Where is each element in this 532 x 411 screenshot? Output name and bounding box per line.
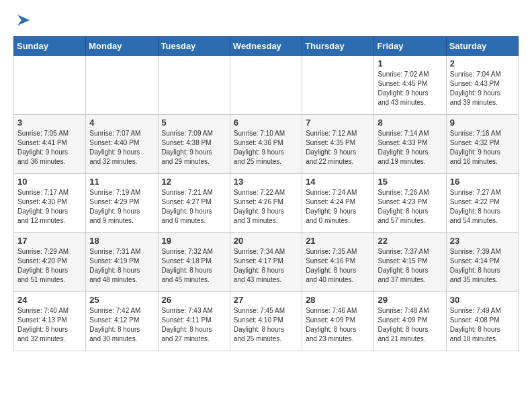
calendar-table: SundayMondayTuesdayWednesdayThursdayFrid… <box>13 36 519 351</box>
weekday-header-thursday: Thursday <box>302 37 374 56</box>
calendar-week-row: 17Sunrise: 7:29 AMSunset: 4:20 PMDayligh… <box>14 233 519 292</box>
page: SundayMondayTuesdayWednesdayThursdayFrid… <box>0 0 532 359</box>
day-number: 26 <box>162 295 226 305</box>
day-number: 7 <box>306 118 370 128</box>
day-number: 2 <box>450 58 515 68</box>
header <box>13 11 519 30</box>
calendar-cell: 7Sunrise: 7:12 AMSunset: 4:35 PMDaylight… <box>302 115 374 174</box>
calendar-cell: 4Sunrise: 7:07 AMSunset: 4:40 PMDaylight… <box>86 115 158 174</box>
calendar-cell: 18Sunrise: 7:31 AMSunset: 4:19 PMDayligh… <box>86 233 158 292</box>
day-number: 14 <box>306 177 370 187</box>
calendar-cell: 16Sunrise: 7:27 AMSunset: 4:22 PMDayligh… <box>446 174 518 233</box>
day-info: Sunrise: 7:45 AMSunset: 4:10 PMDaylight:… <box>234 306 298 344</box>
day-info: Sunrise: 7:10 AMSunset: 4:36 PMDaylight:… <box>234 129 298 167</box>
calendar-cell: 21Sunrise: 7:35 AMSunset: 4:16 PMDayligh… <box>302 233 374 292</box>
calendar-cell: 28Sunrise: 7:46 AMSunset: 4:09 PMDayligh… <box>302 292 374 351</box>
day-info: Sunrise: 7:42 AMSunset: 4:12 PMDaylight:… <box>89 306 154 344</box>
day-number: 15 <box>378 177 442 187</box>
day-info: Sunrise: 7:43 AMSunset: 4:11 PMDaylight:… <box>162 306 226 344</box>
day-info: Sunrise: 7:07 AMSunset: 4:40 PMDaylight:… <box>89 129 154 167</box>
calendar-cell: 17Sunrise: 7:29 AMSunset: 4:20 PMDayligh… <box>14 233 86 292</box>
day-number: 22 <box>378 236 442 246</box>
day-info: Sunrise: 7:27 AMSunset: 4:22 PMDaylight:… <box>450 188 515 226</box>
calendar-cell: 30Sunrise: 7:49 AMSunset: 4:08 PMDayligh… <box>446 292 518 351</box>
day-info: Sunrise: 7:14 AMSunset: 4:33 PMDaylight:… <box>378 129 442 167</box>
day-info: Sunrise: 7:31 AMSunset: 4:19 PMDaylight:… <box>89 247 154 285</box>
calendar-cell: 9Sunrise: 7:16 AMSunset: 4:32 PMDaylight… <box>446 115 518 174</box>
day-number: 9 <box>450 118 515 128</box>
day-number: 3 <box>17 118 82 128</box>
calendar-cell: 2Sunrise: 7:04 AMSunset: 4:43 PMDaylight… <box>446 56 518 115</box>
weekday-header-friday: Friday <box>374 37 446 56</box>
calendar-cell: 1Sunrise: 7:02 AMSunset: 4:45 PMDaylight… <box>374 56 446 115</box>
calendar-cell <box>230 56 302 115</box>
day-info: Sunrise: 7:19 AMSunset: 4:29 PMDaylight:… <box>89 188 154 226</box>
calendar-cell: 8Sunrise: 7:14 AMSunset: 4:33 PMDaylight… <box>374 115 446 174</box>
day-number: 23 <box>450 236 515 246</box>
day-number: 19 <box>162 236 226 246</box>
day-info: Sunrise: 7:37 AMSunset: 4:15 PMDaylight:… <box>378 247 442 285</box>
day-info: Sunrise: 7:24 AMSunset: 4:24 PMDaylight:… <box>306 188 370 226</box>
day-info: Sunrise: 7:09 AMSunset: 4:38 PMDaylight:… <box>162 129 226 167</box>
calendar-cell: 25Sunrise: 7:42 AMSunset: 4:12 PMDayligh… <box>86 292 158 351</box>
day-number: 25 <box>89 295 154 305</box>
day-number: 13 <box>234 177 298 187</box>
calendar-week-row: 3Sunrise: 7:05 AMSunset: 4:41 PMDaylight… <box>14 115 519 174</box>
day-number: 8 <box>378 118 442 128</box>
calendar-cell: 10Sunrise: 7:17 AMSunset: 4:30 PMDayligh… <box>14 174 86 233</box>
day-info: Sunrise: 7:12 AMSunset: 4:35 PMDaylight:… <box>306 129 370 167</box>
day-number: 21 <box>306 236 370 246</box>
weekday-header-sunday: Sunday <box>14 37 86 56</box>
calendar-cell: 11Sunrise: 7:19 AMSunset: 4:29 PMDayligh… <box>86 174 158 233</box>
day-number: 4 <box>89 118 154 128</box>
day-number: 1 <box>378 58 442 68</box>
day-number: 12 <box>162 177 226 187</box>
day-info: Sunrise: 7:48 AMSunset: 4:09 PMDaylight:… <box>378 306 442 344</box>
day-info: Sunrise: 7:49 AMSunset: 4:08 PMDaylight:… <box>450 306 515 344</box>
day-number: 27 <box>234 295 298 305</box>
logo <box>13 11 34 30</box>
day-info: Sunrise: 7:32 AMSunset: 4:18 PMDaylight:… <box>162 247 226 285</box>
calendar-cell <box>14 56 86 115</box>
calendar-cell: 13Sunrise: 7:22 AMSunset: 4:26 PMDayligh… <box>230 174 302 233</box>
weekday-header-wednesday: Wednesday <box>230 37 302 56</box>
day-info: Sunrise: 7:17 AMSunset: 4:30 PMDaylight:… <box>17 188 82 226</box>
svg-marker-0 <box>17 15 30 26</box>
calendar-cell: 3Sunrise: 7:05 AMSunset: 4:41 PMDaylight… <box>14 115 86 174</box>
day-number: 11 <box>89 177 154 187</box>
day-info: Sunrise: 7:04 AMSunset: 4:43 PMDaylight:… <box>450 70 515 107</box>
calendar-week-row: 1Sunrise: 7:02 AMSunset: 4:45 PMDaylight… <box>14 56 519 115</box>
calendar-cell: 24Sunrise: 7:40 AMSunset: 4:13 PMDayligh… <box>14 292 86 351</box>
calendar-cell: 26Sunrise: 7:43 AMSunset: 4:11 PMDayligh… <box>158 292 230 351</box>
day-info: Sunrise: 7:34 AMSunset: 4:17 PMDaylight:… <box>234 247 298 285</box>
calendar-cell: 29Sunrise: 7:48 AMSunset: 4:09 PMDayligh… <box>374 292 446 351</box>
day-info: Sunrise: 7:21 AMSunset: 4:27 PMDaylight:… <box>162 188 226 226</box>
calendar-cell <box>302 56 374 115</box>
day-info: Sunrise: 7:22 AMSunset: 4:26 PMDaylight:… <box>234 188 298 226</box>
calendar-cell: 6Sunrise: 7:10 AMSunset: 4:36 PMDaylight… <box>230 115 302 174</box>
calendar-cell: 22Sunrise: 7:37 AMSunset: 4:15 PMDayligh… <box>374 233 446 292</box>
day-number: 16 <box>450 177 515 187</box>
calendar-week-row: 10Sunrise: 7:17 AMSunset: 4:30 PMDayligh… <box>14 174 519 233</box>
weekday-header-tuesday: Tuesday <box>158 37 230 56</box>
day-number: 17 <box>17 236 82 246</box>
calendar-week-row: 24Sunrise: 7:40 AMSunset: 4:13 PMDayligh… <box>14 292 519 351</box>
calendar-cell: 14Sunrise: 7:24 AMSunset: 4:24 PMDayligh… <box>302 174 374 233</box>
calendar-cell: 12Sunrise: 7:21 AMSunset: 4:27 PMDayligh… <box>158 174 230 233</box>
calendar-cell: 20Sunrise: 7:34 AMSunset: 4:17 PMDayligh… <box>230 233 302 292</box>
logo-arrow-icon <box>15 11 34 30</box>
calendar-cell: 27Sunrise: 7:45 AMSunset: 4:10 PMDayligh… <box>230 292 302 351</box>
day-info: Sunrise: 7:05 AMSunset: 4:41 PMDaylight:… <box>17 129 82 167</box>
day-number: 28 <box>306 295 370 305</box>
calendar-cell <box>158 56 230 115</box>
day-info: Sunrise: 7:16 AMSunset: 4:32 PMDaylight:… <box>450 129 515 167</box>
day-info: Sunrise: 7:40 AMSunset: 4:13 PMDaylight:… <box>17 306 82 344</box>
day-info: Sunrise: 7:26 AMSunset: 4:23 PMDaylight:… <box>378 188 442 226</box>
day-info: Sunrise: 7:46 AMSunset: 4:09 PMDaylight:… <box>306 306 370 344</box>
calendar-cell: 19Sunrise: 7:32 AMSunset: 4:18 PMDayligh… <box>158 233 230 292</box>
day-number: 20 <box>234 236 298 246</box>
weekday-header-row: SundayMondayTuesdayWednesdayThursdayFrid… <box>14 37 519 56</box>
day-number: 18 <box>89 236 154 246</box>
weekday-header-monday: Monday <box>86 37 158 56</box>
day-number: 5 <box>162 118 226 128</box>
